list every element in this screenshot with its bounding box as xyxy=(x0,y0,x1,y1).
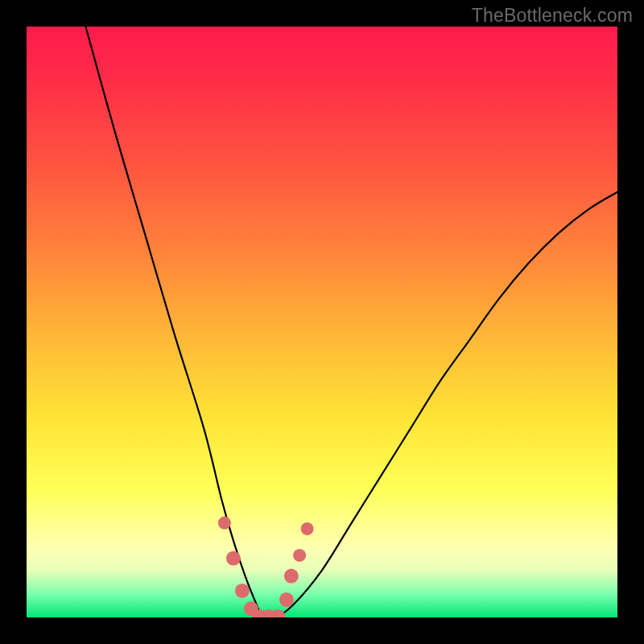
highlight-dot xyxy=(301,522,314,535)
plot-area xyxy=(27,27,617,617)
highlight-dot xyxy=(279,592,294,607)
highlight-dot xyxy=(235,584,250,598)
highlight-dots-group xyxy=(218,517,314,617)
highlight-dot xyxy=(293,549,306,562)
highlight-dot xyxy=(226,551,241,566)
highlight-dot xyxy=(218,517,231,530)
bottleneck-curve-path xyxy=(85,27,617,617)
watermark-text: TheBottleneck.com xyxy=(472,5,633,27)
chart-frame: TheBottleneck.com xyxy=(0,0,644,644)
highlight-dot xyxy=(284,569,299,584)
curve-svg xyxy=(27,27,617,617)
